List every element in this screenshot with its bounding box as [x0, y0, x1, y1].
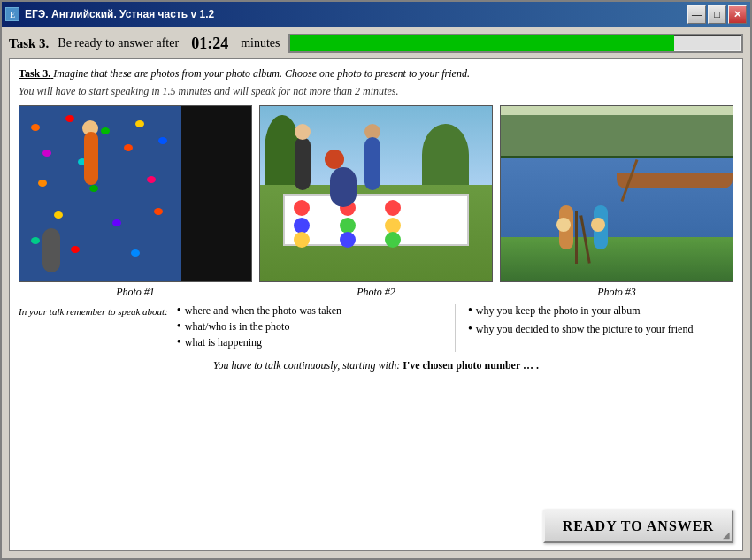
boat	[617, 173, 733, 188]
minimize-button[interactable]: —	[687, 5, 706, 24]
photo-2-label: Photo #2	[357, 286, 395, 299]
photo-2-container: Photo #2	[259, 105, 493, 299]
head1	[295, 124, 311, 140]
dot-green1	[340, 218, 356, 234]
button-row: READY TO ANSWER ◢	[19, 380, 733, 543]
dot-green2	[385, 232, 401, 248]
far-shore	[501, 115, 733, 159]
bullets-left: where and when the photo was taken what/…	[177, 304, 442, 352]
tree2	[422, 124, 468, 185]
title-bar-buttons: — □ ✕	[687, 5, 747, 24]
start-text-bold: I've chosen photo number … .	[403, 359, 539, 372]
window-title: ЕГЭ. Английский. Устная часть v 1.2	[25, 8, 214, 20]
dot-yellow1	[385, 218, 401, 234]
hold	[154, 208, 163, 215]
timer-display: 01:24	[188, 35, 232, 53]
photo-1-image	[19, 106, 251, 281]
hold	[135, 120, 144, 127]
dot-blue2	[340, 232, 356, 248]
dot-blue1	[294, 218, 310, 234]
title-bar-left: E ЕГЭ. Английский. Устная часть v 1.2	[5, 7, 214, 21]
bullet-2: what/who is in the photo	[177, 320, 442, 334]
person2	[364, 137, 380, 190]
task-bold-label: Task 3.	[19, 67, 53, 80]
photo-2-frame	[259, 105, 493, 282]
hold	[101, 127, 110, 134]
person-bottom	[42, 228, 60, 272]
close-button[interactable]: ✕	[728, 5, 747, 24]
photo-1-frame	[19, 105, 252, 282]
dot-yellow2	[294, 232, 310, 248]
hold	[31, 124, 40, 131]
ready-after-label: Be ready to answer after	[58, 36, 179, 50]
photo-3-container: Photo #3	[500, 105, 733, 299]
resize-handle: ◢	[723, 530, 730, 540]
task-italic-text: Imagine that these are photos from your …	[53, 67, 470, 80]
bullet-3: what is happening	[177, 336, 442, 349]
person-crouch	[330, 167, 357, 207]
task-number-label: Task 3.	[9, 36, 49, 51]
start-text: You have to talk continuously, starting …	[19, 359, 733, 372]
pole1	[575, 211, 578, 264]
twister-mat	[283, 194, 469, 246]
hold	[71, 246, 80, 253]
task-instruction: Task 3. Imagine that these are photos fr…	[19, 66, 733, 81]
photo-1-container: Photo #1	[19, 105, 252, 299]
hold	[89, 185, 98, 192]
climber-body	[84, 132, 98, 185]
hold	[54, 211, 63, 219]
photo-2-image	[260, 106, 492, 281]
progress-bar-container	[288, 34, 743, 53]
photo-3-image	[501, 106, 733, 281]
talk-prompt: In your talk remember to speak about:	[19, 304, 168, 317]
window: E ЕГЭ. Английский. Устная часть v 1.2 — …	[0, 0, 752, 560]
info-section: In your talk remember to speak about: wh…	[19, 304, 733, 352]
top-bar: Task 3. Be ready to answer after 01:24 m…	[9, 34, 743, 53]
hold	[65, 115, 74, 122]
ready-to-answer-button[interactable]: READY TO ANSWER	[543, 510, 733, 543]
main-content: Task 3. Be ready to answer after 01:24 m…	[2, 27, 750, 558]
progress-bar-fill	[290, 35, 673, 51]
person1	[295, 137, 311, 190]
photo-3-frame	[500, 105, 733, 282]
wall-dark-bg	[181, 106, 251, 281]
photos-row: Photo #1	[19, 105, 733, 299]
hold	[131, 249, 140, 257]
main-panel: Task 3. Imagine that these are photos fr…	[9, 58, 743, 551]
maximize-button[interactable]: □	[708, 5, 726, 24]
photo-3-label: Photo #3	[597, 286, 636, 299]
task-sub-text: You will have to start speaking in 1.5 m…	[19, 85, 733, 98]
dot-red1	[294, 200, 310, 216]
bullet-r1: why you keep the photo in your album	[468, 304, 733, 318]
app-icon: E	[5, 7, 19, 21]
bullet-r2: why you decided to show the picture to y…	[468, 323, 733, 336]
divider	[455, 304, 456, 352]
minutes-label: minutes	[241, 36, 280, 50]
shore	[501, 237, 733, 281]
hold	[38, 180, 47, 187]
bullets-right: why you keep the photo in your album why…	[468, 304, 733, 341]
photo-1-label: Photo #1	[116, 286, 155, 299]
bullet-1: where and when the photo was taken	[177, 304, 442, 318]
water	[501, 158, 733, 237]
title-bar: E ЕГЭ. Английский. Устная часть v 1.2 — …	[2, 2, 750, 27]
dot-red3	[385, 200, 401, 216]
